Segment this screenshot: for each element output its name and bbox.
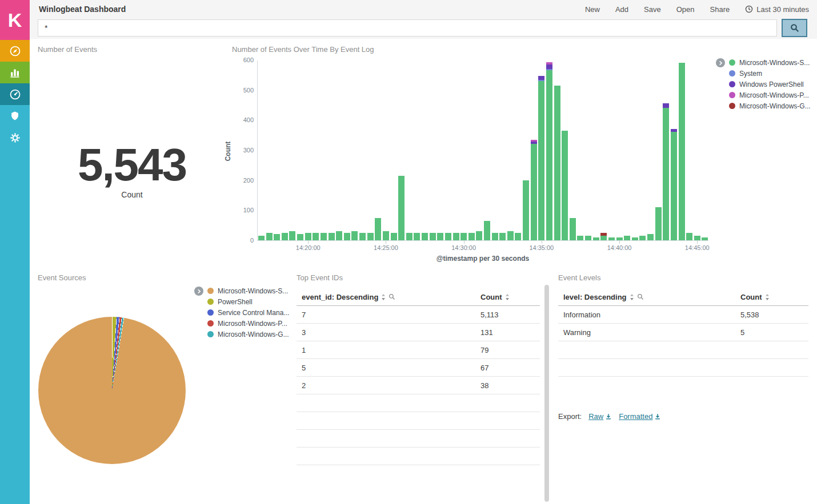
time-chart-legend-item[interactable]: Microsoft-Windows-S... <box>729 57 811 68</box>
histogram-bar-segment <box>476 231 482 240</box>
pie-legend-toggle-icon[interactable] <box>194 287 203 296</box>
histogram-bar-segment <box>282 233 288 240</box>
x-axis-tick-mark <box>697 241 698 244</box>
time-chart-legend-item[interactable]: Microsoft-Windows-P... <box>729 90 811 100</box>
histogram-bar-segment <box>523 180 529 240</box>
x-axis-tick-mark <box>464 241 464 244</box>
kibana-logo[interactable]: K <box>0 0 30 40</box>
table-header-row: event_id: DescendingCount <box>297 288 540 306</box>
histogram-bar-segment <box>367 233 374 240</box>
x-axis-title: @timestamp per 30 seconds <box>257 255 708 263</box>
histogram-bar-segment <box>663 103 669 108</box>
search-button[interactable] <box>782 19 807 37</box>
page-title: Winlogbeat Dashboard <box>39 5 126 14</box>
histogram-bar-segment <box>608 237 615 240</box>
column-header-count[interactable]: Count <box>740 293 808 301</box>
x-axis-tick-label: 14:30:00 <box>446 244 482 251</box>
histogram-bar-segment <box>531 142 537 144</box>
sidebar-item-management[interactable] <box>0 127 30 148</box>
nav-share-button[interactable]: Share <box>710 5 730 14</box>
search-input[interactable] <box>38 19 777 37</box>
sort-icon[interactable] <box>505 293 510 301</box>
pie-legend-item[interactable]: Microsoft-Windows-P... <box>207 318 289 329</box>
export-raw-link[interactable]: Raw <box>588 412 612 421</box>
sidebar-item-visualize[interactable] <box>0 62 30 83</box>
histogram-bar-segment <box>414 233 420 240</box>
histogram-bar-segment <box>336 231 342 240</box>
column-header-count[interactable]: Count <box>480 293 540 301</box>
time-chart-legend-item[interactable]: Microsoft-Windows-G... <box>729 100 811 111</box>
time-chart-legend: Microsoft-Windows-S...SystemWindows Powe… <box>729 57 811 111</box>
header-nav: NewAddSaveOpenShare <box>585 5 730 14</box>
legend-item-label: System <box>739 70 762 78</box>
nav-new-button[interactable]: New <box>585 5 600 14</box>
sort-icon[interactable] <box>765 293 770 301</box>
nav-add-button[interactable]: Add <box>615 5 628 14</box>
legend-color-dot <box>729 59 735 66</box>
histogram-bar-segment <box>351 231 358 240</box>
y-axis-title: Count <box>224 142 232 162</box>
legend-item-label: Windows PowerShell <box>739 80 804 88</box>
histogram-bar-segment <box>546 70 552 240</box>
histogram-bar-segment <box>406 233 412 240</box>
cell-count: 131 <box>480 328 540 337</box>
filter-search-icon[interactable] <box>637 293 644 300</box>
table-row: 75,113 <box>297 306 540 324</box>
column-header-label: Count <box>480 293 502 301</box>
histogram-bar-segment <box>437 233 443 240</box>
legend-item-label: Microsoft-Windows-G... <box>218 330 289 338</box>
histogram-bar-segment <box>570 218 576 241</box>
histogram-bar-segment <box>430 233 436 240</box>
cell-key: Information <box>558 311 740 319</box>
export-formatted-link[interactable]: Formatted <box>619 412 661 421</box>
filter-search-icon[interactable] <box>389 293 395 300</box>
event-sources-pie[interactable] <box>38 317 186 464</box>
column-header-level[interactable]: level: Descending <box>558 293 740 301</box>
histogram-bar-segment <box>507 231 514 240</box>
nav-open-button[interactable]: Open <box>676 5 695 14</box>
time-chart-legend-item[interactable]: System <box>729 68 811 79</box>
sidebar-item-timelion[interactable] <box>0 105 30 127</box>
histogram-bar-segment <box>702 237 708 240</box>
sidebar-item-dashboard[interactable] <box>0 83 30 105</box>
nav-save-button[interactable]: Save <box>644 5 661 14</box>
time-picker-button[interactable]: Last 30 minutes <box>745 5 809 14</box>
column-header-event_id[interactable]: event_id: Descending <box>297 293 480 301</box>
sort-icon[interactable] <box>630 293 634 301</box>
event-ids-scrollbar[interactable] <box>544 285 549 502</box>
cell-key: 7 <box>297 311 480 319</box>
histogram-bar-segment <box>391 233 397 240</box>
gauge-icon <box>9 88 21 100</box>
download-icon <box>605 413 612 420</box>
cell-count: 5,113 <box>480 311 540 319</box>
cell-count: 5,538 <box>740 311 808 319</box>
legend-item-label: Microsoft-Windows-S... <box>739 59 810 67</box>
pie-legend-item[interactable]: Service Control Mana... <box>207 307 289 318</box>
cell-count: 38 <box>480 381 540 390</box>
gear-icon <box>10 132 21 143</box>
x-axis-tick-mark <box>542 241 542 244</box>
export-link-label: Raw <box>588 412 603 421</box>
legend-color-dot <box>207 299 214 305</box>
sort-icon[interactable] <box>381 293 386 301</box>
histogram-bar-segment <box>453 233 459 240</box>
histogram-bar-segment <box>600 236 607 240</box>
histogram-bar-segment <box>577 236 583 240</box>
histogram-bar-segment <box>499 233 506 240</box>
cell-key: 3 <box>297 328 480 337</box>
sidebar-item-discover[interactable] <box>0 40 30 62</box>
pie-legend-item[interactable]: PowerShell <box>207 296 289 307</box>
legend-item-label: Microsoft-Windows-S... <box>218 287 288 295</box>
legend-color-dot <box>207 288 214 294</box>
time-histogram[interactable]: 010020030040050060014:20:0014:25:0014:30… <box>257 61 708 241</box>
histogram-bar-segment <box>686 233 692 240</box>
legend-toggle-icon[interactable] <box>716 58 725 67</box>
y-axis-tick-label: 100 <box>233 207 254 213</box>
pie-legend-item[interactable]: Microsoft-Windows-S... <box>207 285 289 296</box>
pie-legend-item[interactable]: Microsoft-Windows-G... <box>207 329 289 340</box>
table-row: 238 <box>297 377 540 394</box>
sidebar-nav <box>0 40 30 148</box>
time-chart-legend-item[interactable]: Windows PowerShell <box>729 79 811 90</box>
legend-color-dot <box>207 320 214 326</box>
histogram-bar-segment <box>531 140 537 142</box>
